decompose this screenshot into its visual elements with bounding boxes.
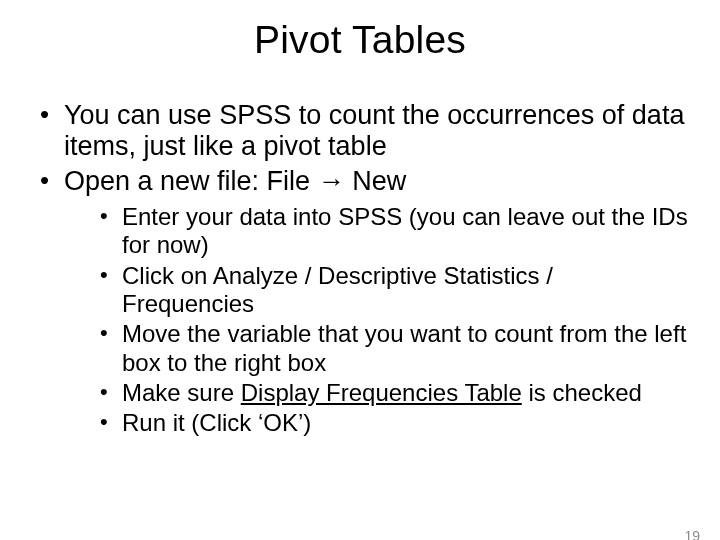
underlined-text: Display Frequencies Table — [241, 379, 522, 406]
sub-bullet-item: Enter your data into SPSS (you can leave… — [94, 203, 688, 260]
bullet-item: You can use SPSS to count the occurrence… — [32, 100, 688, 162]
sub-text-post: is checked — [522, 379, 642, 406]
slide-content: You can use SPSS to count the occurrence… — [0, 100, 720, 438]
sub-bullet-item: Click on Analyze / Descriptive Statistic… — [94, 262, 688, 319]
bullet-list-level2: Enter your data into SPSS (you can leave… — [64, 203, 688, 438]
sub-bullet-item: Run it (Click ‘OK’) — [94, 409, 688, 437]
sub-bullet-item: Move the variable that you want to count… — [94, 320, 688, 377]
sub-bullet-item: Make sure Display Frequencies Table is c… — [94, 379, 688, 407]
page-number: 19 — [684, 528, 700, 540]
arrow-icon: → — [318, 166, 345, 196]
sub-text-pre: Make sure — [122, 379, 241, 406]
slide: Pivot Tables You can use SPSS to count t… — [0, 18, 720, 540]
bullet-text-pre: Open a new file: File — [64, 166, 318, 196]
bullet-item: Open a new file: File → New Enter your d… — [32, 166, 688, 438]
bullet-list-level1: You can use SPSS to count the occurrence… — [32, 100, 688, 438]
slide-title: Pivot Tables — [0, 18, 720, 62]
bullet-text-post: New — [345, 166, 407, 196]
